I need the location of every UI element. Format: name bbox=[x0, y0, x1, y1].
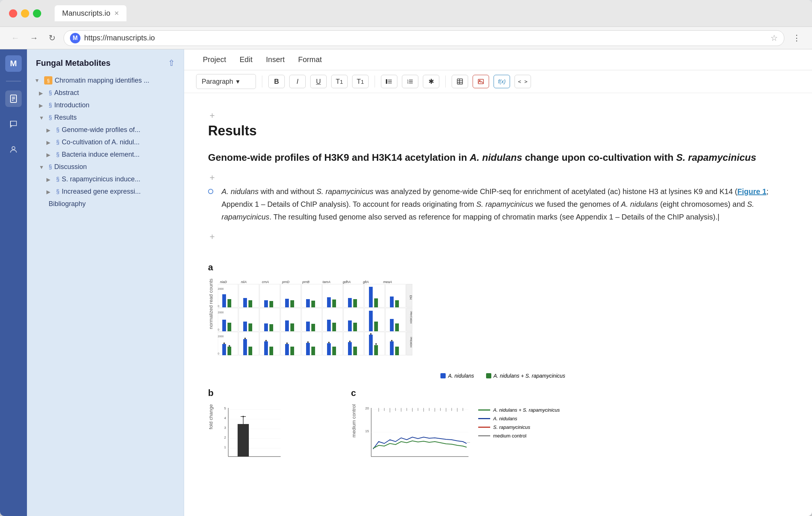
underline-button[interactable]: U bbox=[310, 75, 327, 88]
svg-rect-107 bbox=[269, 347, 273, 355]
upload-button[interactable]: ⇧ bbox=[168, 58, 175, 68]
italic-button[interactable]: I bbox=[289, 75, 306, 88]
c-legend-item-4: medium control bbox=[478, 433, 560, 439]
svg-point-5 bbox=[386, 80, 387, 81]
svg-rect-60 bbox=[395, 300, 399, 307]
svg-text:H3K9ac: H3K9ac bbox=[409, 337, 412, 347]
style-dropdown[interactable]: Paragraph ▾ bbox=[196, 74, 256, 89]
dropdown-chevron-icon: ▾ bbox=[236, 77, 239, 86]
svg-text:prnD: prnD bbox=[282, 280, 290, 284]
tree-item-srapa[interactable]: ▶ § S. rapamycinicus induce... bbox=[31, 173, 179, 185]
svg-rect-38 bbox=[243, 298, 247, 307]
tree-item-genome-profiles[interactable]: ▶ § Genome-wide profiles of... bbox=[31, 124, 179, 136]
address-bar[interactable]: M https://manuscripts.io ☆ bbox=[64, 30, 784, 46]
menu-edit[interactable]: Edit bbox=[233, 49, 259, 70]
sidebar-item-comments[interactable] bbox=[5, 116, 22, 132]
svg-rect-84 bbox=[348, 320, 352, 331]
format-toolbar: Paragraph ▾ B I U T1 T1 bbox=[184, 70, 812, 93]
tree-item-co-cultivation[interactable]: ▶ § Co-cultivation of A. nidul... bbox=[31, 136, 179, 148]
refresh-button[interactable]: ↻ bbox=[46, 31, 58, 45]
add-block-above-button[interactable]: + bbox=[208, 109, 216, 122]
back-button[interactable]: ← bbox=[9, 31, 22, 45]
svg-point-6 bbox=[386, 81, 387, 82]
tree-abstract-label: Abstract bbox=[54, 89, 79, 97]
menu-format[interactable]: Format bbox=[291, 49, 329, 70]
svg-point-133 bbox=[391, 340, 393, 341]
c-legend-label-4: medium control bbox=[493, 433, 526, 439]
image-button[interactable] bbox=[473, 75, 489, 88]
svg-rect-47 bbox=[306, 299, 310, 307]
tab-close-icon[interactable]: ✕ bbox=[114, 10, 119, 17]
app-logo[interactable]: M bbox=[5, 55, 22, 72]
svg-rect-106 bbox=[264, 341, 268, 355]
tree-item-introduction[interactable]: ▶ § Introduction bbox=[31, 99, 179, 111]
add-block-below-button[interactable]: + bbox=[208, 230, 216, 243]
paragraph-text[interactable]: A. nidulans with and without S. rapamyci… bbox=[222, 185, 788, 223]
minimize-button[interactable] bbox=[21, 9, 29, 18]
figure-panel-a-label: a bbox=[208, 262, 788, 273]
subscript-button[interactable]: T1 bbox=[331, 75, 348, 88]
close-button[interactable] bbox=[9, 9, 17, 18]
svg-text:niiA: niiA bbox=[241, 280, 247, 284]
maximize-button[interactable] bbox=[33, 9, 41, 18]
svg-text:meaA: meaA bbox=[383, 280, 392, 284]
svg-rect-17 bbox=[457, 79, 463, 84]
bullet-list-button[interactable] bbox=[381, 75, 397, 88]
svg-text:H3K14ac: H3K14ac bbox=[409, 311, 412, 323]
editor-content[interactable]: + Results Genome-wide profiles of H3K9 a… bbox=[184, 93, 812, 516]
chevron-down-icon-disc: ▼ bbox=[39, 164, 46, 170]
forward-button[interactable]: → bbox=[28, 31, 40, 45]
nav-bar: ← → ↻ M https://manuscripts.io ☆ ⋮ bbox=[0, 27, 812, 49]
tree-item-root[interactable]: ▼ § Chromatin mapping identifies ... bbox=[31, 74, 179, 87]
sidebar-item-user[interactable] bbox=[5, 141, 22, 158]
tree-item-discussion[interactable]: ▼ § Discussion bbox=[31, 161, 179, 173]
svg-point-4 bbox=[12, 147, 15, 150]
figure-panel-c-label: c bbox=[351, 388, 788, 398]
svg-text:0: 0 bbox=[218, 305, 219, 307]
svg-point-116 bbox=[307, 341, 309, 343]
section-icon-bac: § bbox=[56, 151, 59, 158]
menu-project[interactable]: Project bbox=[196, 49, 233, 70]
legend-line-red bbox=[478, 427, 490, 428]
sidebar-item-document[interactable] bbox=[5, 90, 22, 107]
table-button[interactable] bbox=[452, 75, 468, 88]
tree-item-increased[interactable]: ▶ § Increased gene expressi... bbox=[31, 185, 179, 198]
bookmark-button[interactable]: ☆ bbox=[770, 33, 778, 43]
figure-panel-b-label: b bbox=[208, 388, 339, 398]
code-button[interactable]: < > bbox=[515, 75, 531, 88]
tree-item-abstract[interactable]: ▶ § Abstract bbox=[31, 87, 179, 99]
toolbar-divider-3 bbox=[445, 76, 446, 87]
svg-rect-69 bbox=[243, 322, 247, 331]
superscript-button[interactable]: T1 bbox=[352, 75, 369, 88]
toolbar-divider-1 bbox=[262, 76, 262, 87]
sidebar-title: Fungal Metabolites bbox=[36, 58, 110, 68]
svg-rect-50 bbox=[327, 297, 331, 307]
y-axis-label: normalized read counts bbox=[208, 279, 215, 329]
tree-item-results[interactable]: ▼ § Results bbox=[31, 111, 179, 124]
svg-text:15: 15 bbox=[365, 429, 369, 433]
menu-button[interactable]: ⋮ bbox=[790, 31, 803, 45]
svg-rect-87 bbox=[369, 311, 373, 331]
tree-item-bibliography[interactable]: ▶ Bibliography bbox=[31, 198, 179, 210]
menu-insert[interactable]: Insert bbox=[259, 49, 291, 70]
svg-rect-51 bbox=[332, 300, 336, 307]
svg-rect-67 bbox=[228, 323, 231, 331]
editor-area: Project Edit Insert Format Paragraph ▾ B… bbox=[184, 49, 812, 516]
section-icon-intro: § bbox=[49, 102, 52, 109]
svg-rect-98 bbox=[228, 347, 231, 355]
tree-item-bacteria[interactable]: ▶ § Bacteria induce element... bbox=[31, 148, 179, 161]
chevron-right-icon-bac: ▶ bbox=[46, 152, 54, 158]
highlight-button[interactable]: ✱ bbox=[423, 75, 439, 88]
tree-introduction-label: Introduction bbox=[54, 101, 89, 109]
figure-1-ref[interactable]: Figure 1 bbox=[738, 187, 767, 196]
chart-svg-b: 5 4 3 2 1 bbox=[217, 404, 284, 464]
tree-discussion-label: Discussion bbox=[54, 163, 87, 171]
svg-point-120 bbox=[328, 342, 330, 343]
browser-tab[interactable]: Manuscripts.io ✕ bbox=[55, 5, 126, 21]
numbered-list-button[interactable]: 1. 2. 3. bbox=[402, 75, 418, 88]
bold-button[interactable]: B bbox=[268, 75, 285, 88]
add-block-button[interactable]: + bbox=[208, 171, 216, 184]
section-icon-inc: § bbox=[56, 188, 59, 195]
formula-button[interactable]: f(x) bbox=[494, 75, 510, 88]
legend-item-nidulans-rapa: A. nidulans + S. rapamycinicus bbox=[486, 373, 565, 379]
